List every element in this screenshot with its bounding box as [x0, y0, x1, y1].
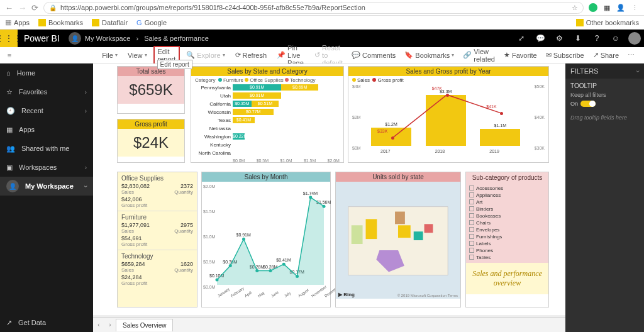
slicer-item[interactable]: Envelopes: [469, 226, 545, 233]
bm-google[interactable]: GGoogle: [136, 19, 167, 26]
chart-title: Sales by State and Category: [191, 67, 343, 76]
breadcrumb: My Workspace › Sales & performance: [85, 35, 209, 42]
hamburger-icon[interactable]: ≡: [3, 52, 16, 59]
chart-units-by-state-map[interactable]: Units sold by state + − CANADA UNITED ST…: [335, 172, 461, 307]
bar-row: California$0.35M$0.51M: [195, 100, 340, 108]
lock-icon: 🔒: [49, 4, 57, 11]
overview-label: Sales and performance overview: [466, 263, 548, 294]
bar-row: Washington$0.22M: [195, 133, 340, 140]
bar-row: Texas$0.41M: [195, 116, 340, 124]
tab-next-icon[interactable]: ›: [104, 321, 116, 328]
chart-title: Sales by Month: [202, 172, 330, 182]
svg-rect-18: [425, 224, 433, 233]
slicer-item[interactable]: Phones: [469, 247, 545, 254]
bookmarks-button[interactable]: 🔖Bookmarks: [401, 50, 458, 60]
slicer-item[interactable]: Art: [469, 199, 545, 206]
bar-row: Nebraska: [195, 124, 340, 132]
nav-fwd-icon[interactable]: →: [18, 3, 26, 13]
tooltip-drop-area[interactable]: Drag tooltip fields here: [565, 111, 644, 124]
star-icon[interactable]: ☆: [572, 4, 578, 12]
edit-report-tooltip: Edit report: [157, 60, 192, 69]
profile-icon[interactable]: 👤: [616, 4, 625, 12]
table-section: Office Supplies$2,830,0822372SalesQuanti…: [118, 172, 197, 211]
slicer-item[interactable]: Binders: [469, 206, 545, 213]
apps-button[interactable]: ▦Apps: [5, 18, 30, 26]
crumb-report[interactable]: Sales & performance: [144, 35, 209, 42]
view-menu[interactable]: View: [124, 50, 151, 60]
svg-rect-13: [366, 219, 377, 239]
summary-table[interactable]: Office Supplies$2,830,0822372SalesQuanti…: [117, 172, 197, 307]
legend: Sales Gross profit: [352, 77, 545, 83]
subscribe-button[interactable]: ✉Subscribe: [542, 50, 588, 60]
keep-filters-label: Keep all filters: [570, 92, 639, 98]
explore-menu[interactable]: 🔍Explore: [182, 50, 228, 60]
kpi-gross-profit-value: $24K: [118, 129, 184, 157]
browser-top-bar: ← → ⟳ 🔒 https://app.powerbi.com/groups/m…: [0, 0, 644, 16]
chart-sales-profit-year[interactable]: Sales and Gross profit by Year Sales Gro…: [348, 66, 549, 163]
comments-button[interactable]: 💬Comments: [348, 50, 399, 60]
table-section: Furniture$1,977,0912975SalesQuantity$54,…: [118, 211, 197, 250]
waffle-icon[interactable]: ⋮⋮⋮: [0, 30, 18, 47]
bar-row: Utah$0.91M: [195, 92, 340, 99]
slicer-item[interactable]: Accessories: [469, 185, 545, 192]
slicer-item[interactable]: Bookcases: [469, 213, 545, 219]
map-body[interactable]: + − CANADA UNITED STATES MEXICO Gulf of …: [336, 182, 460, 299]
nav-workspaces[interactable]: ▣Workspaces›: [0, 158, 93, 177]
slicer-item[interactable]: Tables: [469, 254, 545, 261]
nav-home[interactable]: ⌂Home: [0, 64, 93, 82]
slicer-item[interactable]: Furnishings: [469, 233, 545, 240]
report-tabs: ‹ › Sales Overview: [93, 317, 565, 332]
share-button[interactable]: ↗Share: [589, 50, 623, 60]
folder-icon: ▣: [6, 163, 13, 172]
map-bing-logo: ▶ Bing: [338, 292, 355, 297]
nav-recent[interactable]: 🕘Recent›: [0, 101, 93, 120]
chart-title: Units sold by state: [336, 172, 460, 182]
workspace-avatar[interactable]: 👤: [69, 32, 81, 45]
ext1-icon[interactable]: [589, 3, 597, 12]
kpi-gross-profit-title: Gross profit: [118, 119, 184, 129]
nav-shared[interactable]: 👥Shared with me: [0, 139, 93, 158]
subcategory-slicer[interactable]: Sub-category of products AccessoriesAppl…: [465, 172, 549, 307]
filters-header[interactable]: FILTERS›: [565, 64, 644, 79]
nav-apps[interactable]: ▦Apps: [0, 120, 93, 139]
file-menu[interactable]: File: [98, 50, 121, 60]
slicer-item[interactable]: Chairs: [469, 219, 545, 226]
keep-filters-toggle[interactable]: On: [570, 101, 639, 107]
bm-dataflair[interactable]: Dataflair: [92, 19, 128, 26]
toolbar-more-icon[interactable]: ⋯: [624, 50, 639, 60]
kpi-total-sales[interactable]: Total sales $659K: [117, 66, 185, 114]
edit-report-button[interactable]: Edit report Edit report: [153, 46, 180, 65]
refresh-button[interactable]: ⟳Refresh: [231, 50, 271, 60]
star-icon: ☆: [6, 88, 13, 96]
nav-back-icon[interactable]: ←: [5, 3, 13, 13]
getdata-icon: ↗: [6, 319, 12, 327]
tab-sales-overview[interactable]: Sales Overview: [116, 319, 173, 331]
home-icon: ⌂: [6, 69, 11, 77]
url-text: https://app.powerbi.com/groups/me/report…: [60, 4, 365, 11]
chart-sales-month[interactable]: Sales by Month $0.0M$0.5M$1.0M$1.5M$2.0M…: [201, 172, 331, 307]
url-bar[interactable]: 🔒 https://app.powerbi.com/groups/me/repo…: [43, 2, 584, 14]
nav-favorites[interactable]: ☆Favorites›: [0, 82, 93, 101]
other-bookmarks[interactable]: Other bookmarks: [576, 19, 639, 26]
tab-prev-icon[interactable]: ‹: [93, 321, 104, 328]
bookmarks-bar: ▦Apps Bookmarks Dataflair GGoogle Other …: [0, 16, 644, 30]
view-related-button[interactable]: 🔗View related: [459, 47, 499, 64]
chrome-menu-icon[interactable]: ⋮: [631, 4, 639, 12]
svg-rect-14: [395, 212, 405, 224]
slicer-title: Sub-category of products: [466, 172, 548, 183]
favorite-button[interactable]: ★Favorite: [500, 50, 541, 60]
slicer-item[interactable]: Appliances: [469, 192, 545, 199]
bar-row: Pennsylvania$0.91M$0.69M: [195, 84, 340, 91]
bm-bookmarks[interactable]: Bookmarks: [38, 19, 83, 26]
chart-sales-state-category[interactable]: Sales by State and Category Category Fur…: [191, 66, 344, 163]
apps-icon: ▦: [6, 126, 13, 134]
reload-icon[interactable]: ⟳: [31, 3, 38, 13]
slicer-item[interactable]: Labels: [469, 240, 545, 247]
ext2-icon[interactable]: ▦: [604, 4, 610, 12]
filters-panel: FILTERS› TOOLTIP Keep all filters On Dra…: [565, 64, 644, 332]
avatar-icon: 👤: [6, 180, 19, 192]
kpi-gross-profit[interactable]: Gross profit $24K: [117, 119, 185, 163]
crumb-workspace[interactable]: My Workspace: [85, 35, 131, 42]
nav-get-data[interactable]: ↗Get Data: [0, 313, 93, 332]
nav-my-workspace[interactable]: 👤My Workspace›: [0, 177, 93, 196]
